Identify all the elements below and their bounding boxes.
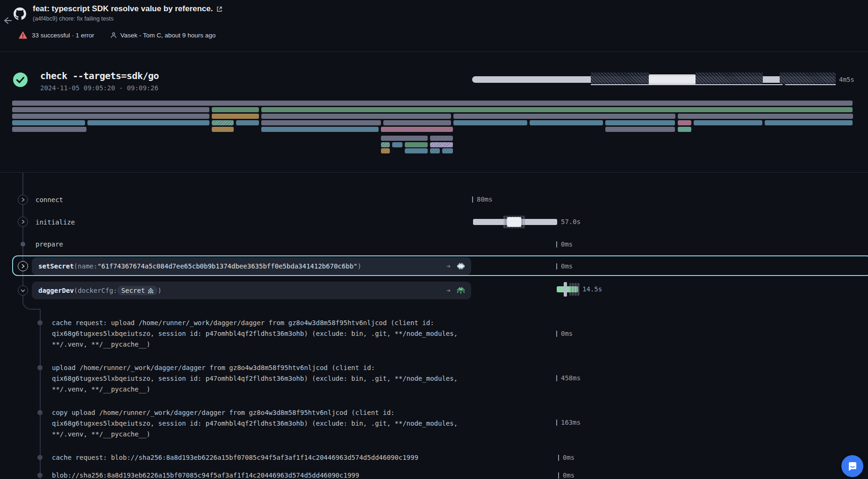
setsecret-fn-name: setSecret [38,262,74,270]
setsecret-args-open: (name: [74,262,98,270]
gantt-span-bar[interactable] [87,120,209,125]
gantt-span-bar[interactable] [261,120,381,125]
gantt-span-bar[interactable] [405,142,428,147]
duration-label: 0ms [558,454,574,461]
duration-tick [556,420,557,426]
duration-tick [558,455,559,461]
gantt-span-bar[interactable] [442,148,453,153]
gantt-span-bar[interactable] [678,127,691,132]
gantt-span-bar[interactable] [12,127,86,132]
chevron-right-icon [21,264,25,269]
gantt-span-bar[interactable] [530,120,603,125]
gantt-span-bar[interactable] [381,127,453,132]
timeline-scrub-handle[interactable] [564,282,567,297]
chevron-right-icon [21,219,25,224]
span-setsecret-row[interactable]: setSecret(name: "61f74367674a5c084d7ee65… [32,257,471,275]
gantt-span-bar[interactable] [12,101,853,106]
gantt-span-bar[interactable] [453,120,527,125]
child-span-label[interactable]: copy upload /home/runner/_work/dagger/da… [52,407,458,440]
chat-launcher-button[interactable] [841,455,863,477]
gantt-span-bar[interactable] [430,136,453,141]
span-connect[interactable]: connect [36,196,63,203]
child-span-label[interactable]: cache request: upload /home/runner/_work… [52,318,458,350]
daggerdev-fn-name: daggerDev [38,287,74,294]
gantt-span-bar[interactable] [12,114,209,119]
daggerdev-result-pixel-icon [457,287,465,294]
tree-rail-children [40,309,41,479]
duration-label: 14.5s [582,285,602,293]
returns-arrow-icon: ➔ [446,286,451,295]
gantt-span-bar[interactable] [405,148,428,153]
gantt-span-bar[interactable] [212,107,259,112]
gantt-span-bar[interactable] [765,120,853,125]
duration-tick [556,241,557,247]
chevron-right-icon [21,197,25,202]
duration-label: 0ms [558,472,574,479]
chevron-down-icon [21,288,25,293]
daggerdev-args-close: ) [158,287,161,294]
duration-label: 0ms [556,240,573,248]
gantt-span-bar[interactable] [212,114,259,119]
gantt-span-bar[interactable] [381,142,390,147]
gantt-span-bar[interactable] [605,120,675,125]
duration-tick [472,196,473,203]
gantt-span-bar[interactable] [381,148,390,153]
gantt-span-bar[interactable] [678,120,691,125]
dagger-trace-page: feat: typescript SDK resolve value by re… [0,0,868,479]
duration-tick [556,263,557,269]
collapse-daggerdev-button[interactable] [18,285,28,296]
gantt-span-bar[interactable] [383,120,451,125]
duration-label: 57.0s [561,218,581,225]
secret-result-pixel-icon [457,263,465,269]
duration-label: 80ms [472,196,493,203]
setsecret-args-close: ) [358,262,361,270]
daggerdev-args-open: (dockerCfg: [74,287,117,294]
duration-tick [558,472,559,479]
returns-arrow-icon: ➔ [446,262,451,270]
gantt-span-bar[interactable] [381,136,428,141]
span-initialize[interactable]: initialize [36,218,75,226]
child-span-label[interactable]: blob://sha256:8a8d193eb6226a15bf07085c94… [52,470,359,479]
child-span-label[interactable]: upload /home/runner/_work/dagger/dagger … [52,363,458,395]
gantt-span-bar[interactable] [261,127,379,132]
gantt-span-bar[interactable] [261,114,451,119]
gantt-span-bar[interactable] [12,107,209,112]
gantt-span-bar[interactable] [392,142,402,147]
secret-pixel-icon [148,288,153,293]
gantt-span-bar[interactable] [605,127,675,132]
gantt-span-bar[interactable] [678,114,853,119]
secret-chip-label: Secret [122,287,145,294]
gantt-span-bar[interactable] [261,107,853,112]
gantt-span-bar[interactable] [694,120,762,125]
secret-arg-chip[interactable]: Secret [117,286,158,295]
child-span-label[interactable]: cache request: blob://sha256:8a8d193eb62… [52,452,418,463]
section-divider [0,172,868,173]
daggerdev-bar-blur [569,283,580,296]
duration-tick [556,375,557,381]
duration-tick [556,331,557,337]
span-prepare[interactable]: prepare [36,240,63,248]
gantt-span-bar[interactable] [430,142,453,147]
gantt-span-bar[interactable] [212,120,234,125]
initialize-bar-highlight [507,217,521,227]
gantt-span-bar[interactable] [453,114,675,119]
gantt-span-bar[interactable] [236,120,259,125]
gantt-span-bar[interactable] [212,127,234,132]
chat-bubble-icon [847,461,858,472]
duration-label: 0ms [556,262,573,270]
gantt-span-bar[interactable] [12,120,85,125]
tree-rail [22,173,23,297]
gantt-span-bar[interactable] [430,148,440,153]
duration-label: 163ms [556,419,581,426]
span-prepare-dot [21,242,25,247]
duration-label: 458ms [556,374,581,382]
span-daggerdev-row[interactable]: daggerDev(dockerCfg: Secret ) ➔ [32,282,471,299]
setsecret-arg-value: "61f74367674a5c084d7ee65cb0b9b1374dbee36… [97,262,357,270]
expand-initialize-button[interactable] [18,217,28,227]
expand-setsecret-button[interactable] [18,261,28,271]
duration-label: 0ms [556,330,573,337]
expand-connect-button[interactable] [18,195,28,205]
gantt-chart [0,0,868,159]
